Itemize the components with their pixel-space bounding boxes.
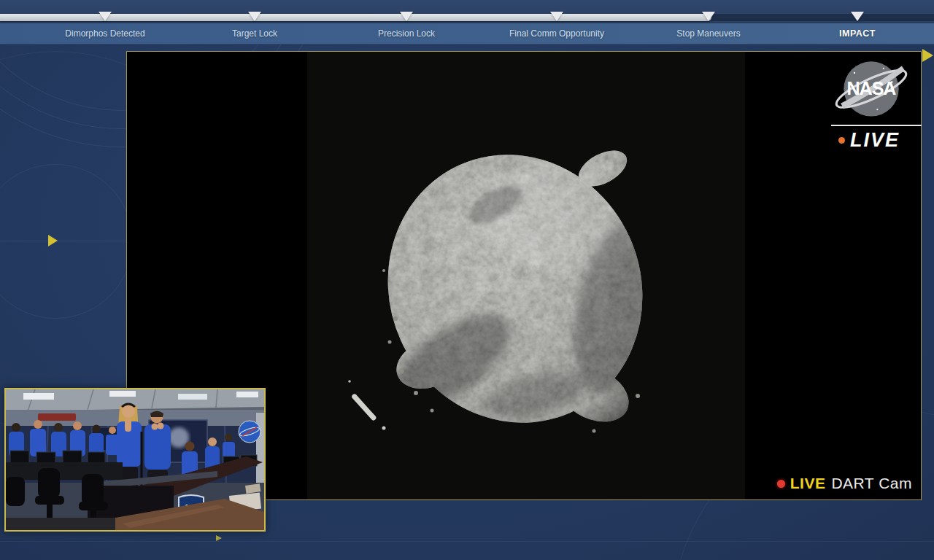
milestone-marker-icon	[248, 12, 261, 21]
live-dot-icon	[838, 137, 845, 144]
right-edge-arrow-icon	[922, 49, 933, 62]
background-line	[0, 241, 126, 241]
badge-camera-label: DART Cam	[831, 475, 912, 492]
timeline-label-final-comm-opportunity: Final Comm Opportunity	[509, 23, 604, 44]
nasa-meatball-logo	[239, 421, 260, 443]
badge-live-label: LIVE	[790, 475, 826, 492]
timeline-label-dimorphos-detected: Dimorphos Detected	[65, 23, 144, 44]
nasa-insignia-icon: NASA	[831, 56, 911, 123]
broadcast-frame: Dimorphos Detected Target Lock Precision…	[0, 0, 934, 560]
timeline-label-stop-maneuvers: Stop Maneuvers	[676, 23, 740, 44]
background-line	[0, 541, 934, 542]
small-arrow-icon	[216, 535, 222, 541]
timeline-label-impact: IMPACT	[839, 23, 876, 44]
nasa-logo-text: NASA	[847, 78, 897, 98]
watermark-live-label: LIVE	[850, 129, 900, 152]
milestone-marker-icon	[550, 12, 563, 21]
milestone-marker-icon	[400, 12, 413, 21]
milestone-marker-icon	[702, 12, 715, 21]
timeline-label-band: Dimorphos Detected Target Lock Precision…	[0, 23, 934, 44]
timeline-label-target-lock: Target Lock	[232, 23, 277, 44]
watermark-live: LIVE	[838, 129, 900, 152]
watermark-divider	[831, 125, 922, 126]
mission-control-scene: APL	[6, 389, 264, 530]
milestone-marker-icon	[99, 12, 112, 21]
mission-control-pip: APL	[4, 388, 266, 532]
milestone-marker-icon	[851, 12, 864, 21]
timeline-label-precision-lock: Precision Lock	[378, 23, 435, 44]
left-marker-arrow-icon	[48, 235, 58, 246]
record-dot-icon	[777, 480, 785, 488]
live-camera-badge: LIVE DART Cam	[777, 475, 912, 492]
